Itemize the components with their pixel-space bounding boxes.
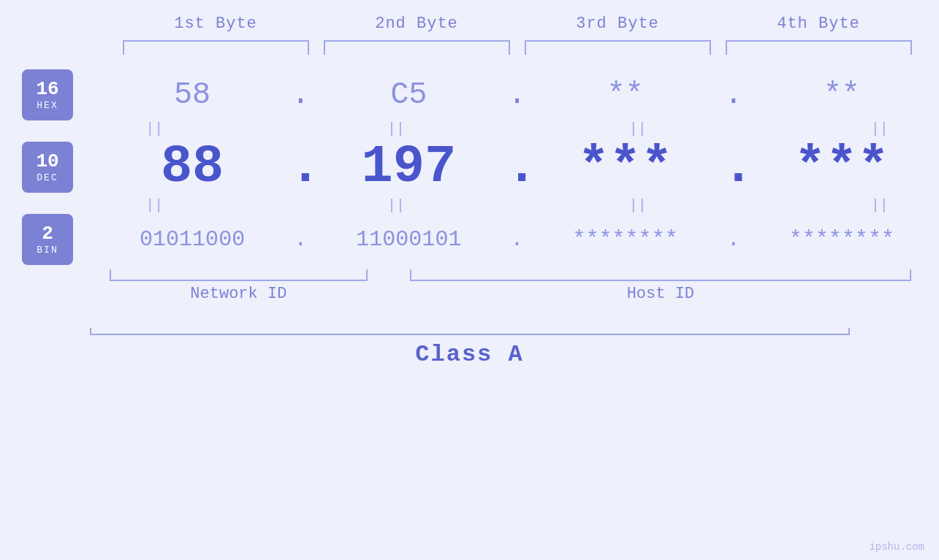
- bracket-2: [324, 40, 510, 55]
- eq2-values: || || || ||: [95, 197, 939, 214]
- id-labels-inner: Network ID Host ID: [95, 269, 939, 313]
- eq1-b4: ||: [871, 120, 889, 137]
- id-labels-row: Network ID Host ID: [0, 269, 939, 313]
- equals-row-1: || || || ||: [0, 120, 939, 137]
- bin-byte2: 11000101: [311, 227, 506, 252]
- byte2-header: 2nd Byte: [316, 15, 517, 33]
- host-id-bracket: [410, 269, 911, 281]
- hex-byte4: **: [745, 77, 939, 112]
- bin-dot2: .: [506, 227, 528, 252]
- class-label: Class A: [415, 341, 523, 368]
- dec-row: 10 DEC 88 . 197 . *** . ***: [0, 137, 939, 197]
- hex-base-label: HEX: [37, 100, 58, 111]
- equals-row-2: || || || ||: [0, 197, 939, 214]
- hex-values: 58 . C5 . ** . **: [95, 77, 939, 112]
- class-row: Class A: [0, 328, 939, 368]
- dec-badge: 10 DEC: [22, 142, 73, 193]
- byte1-header: 1st Byte: [115, 15, 316, 33]
- network-id-section: Network ID: [95, 269, 382, 303]
- hex-dot1: .: [289, 77, 311, 112]
- bin-values: 01011000 . 11000101 . ******** . *******…: [95, 227, 939, 252]
- dec-badge-col: 10 DEC: [0, 142, 95, 193]
- dec-dot2: .: [506, 137, 528, 197]
- hex-byte3: **: [528, 77, 723, 112]
- bin-byte4: ********: [745, 227, 939, 252]
- hex-dot2: .: [506, 77, 528, 112]
- host-id-section: Host ID: [382, 269, 939, 303]
- hex-base-number: 16: [36, 79, 58, 100]
- dec-byte1: 88: [95, 137, 289, 197]
- id-spacer: [0, 269, 95, 313]
- watermark: ipshu.com: [869, 541, 924, 553]
- eq1-b1: ||: [145, 120, 163, 137]
- hex-badge-col: 16 HEX: [0, 69, 95, 120]
- bin-row: 2 BIN 01011000 . 11000101 . ******** . *…: [0, 214, 939, 265]
- byte4-header: 4th Byte: [718, 15, 919, 33]
- byte3-header: 3rd Byte: [517, 15, 718, 33]
- dec-byte3: ***: [528, 137, 723, 197]
- dec-values: 88 . 197 . *** . ***: [95, 137, 939, 197]
- header-brackets: [115, 40, 919, 55]
- network-id-label: Network ID: [190, 285, 286, 303]
- eq2-b4: ||: [871, 197, 889, 214]
- dec-byte2: 197: [311, 137, 506, 197]
- dec-base-number: 10: [36, 151, 58, 172]
- eq1-values: || || || ||: [95, 120, 939, 137]
- bin-dot3: .: [723, 227, 745, 252]
- eq2-b3: ||: [629, 197, 647, 214]
- hex-byte2: C5: [311, 77, 506, 112]
- class-bracket: [90, 328, 850, 335]
- bin-byte3: ********: [528, 227, 723, 252]
- hex-dot3: .: [723, 77, 745, 112]
- byte-headers: 1st Byte 2nd Byte 3rd Byte 4th Byte: [115, 15, 919, 33]
- bin-byte1: 01011000: [95, 227, 289, 252]
- dec-byte4: ***: [745, 137, 939, 197]
- eq2-b2: ||: [387, 197, 405, 214]
- eq1-b2: ||: [387, 120, 405, 137]
- main-container: 1st Byte 2nd Byte 3rd Byte 4th Byte 16 H…: [0, 0, 939, 560]
- eq1-b3: ||: [629, 120, 647, 137]
- bracket-3: [525, 40, 711, 55]
- eq2-b1: ||: [145, 197, 163, 214]
- bin-base-number: 2: [42, 223, 53, 245]
- bracket-4: [726, 40, 912, 55]
- bin-badge: 2 BIN: [22, 214, 73, 265]
- bracket-1: [123, 40, 309, 55]
- dec-base-label: DEC: [37, 172, 58, 183]
- hex-badge: 16 HEX: [22, 69, 73, 120]
- bin-base-label: BIN: [37, 245, 58, 256]
- bin-badge-col: 2 BIN: [0, 214, 95, 265]
- dec-dot3: .: [723, 137, 745, 197]
- network-id-bracket: [110, 269, 368, 281]
- hex-row: 16 HEX 58 . C5 . ** . **: [0, 69, 939, 120]
- host-id-label: Host ID: [627, 285, 694, 303]
- bin-dot1: .: [289, 227, 311, 252]
- dec-dot1: .: [289, 137, 311, 197]
- hex-byte1: 58: [95, 77, 289, 112]
